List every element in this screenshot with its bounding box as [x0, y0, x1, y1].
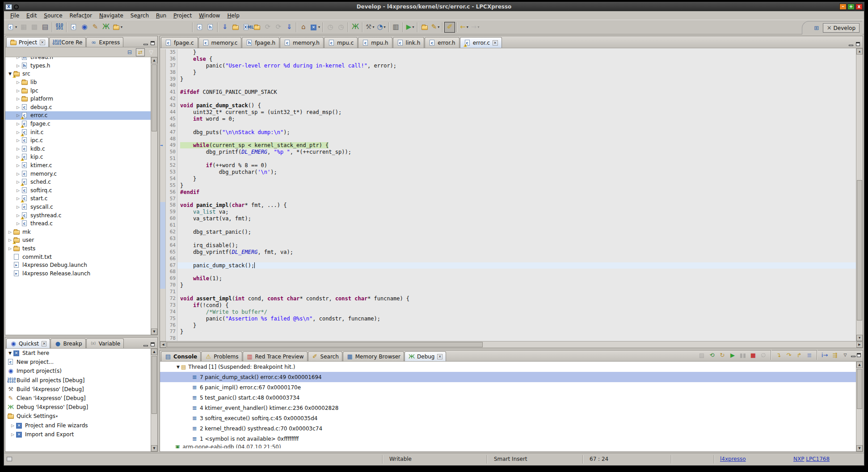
code-line-76[interactable]: 76 }: [160, 322, 856, 329]
tree-item-kip-c[interactable]: ▷ckip.c: [5, 153, 151, 161]
minimize-editor-button[interactable]: [849, 45, 853, 46]
vendor-link[interactable]: NXP: [793, 456, 804, 462]
debugger-process-row[interactable]: ▣arm-none-eabi-gdb (04.07.10 21:50): [160, 444, 863, 448]
menu-window[interactable]: Window: [195, 12, 223, 19]
tree-item-l4xpresso-release-launch[interactable]: ▶l4xpresso Release.launch: [5, 269, 151, 278]
minimize-console-button[interactable]: [851, 356, 855, 357]
build-all-binary-button[interactable]: 010101: [54, 22, 65, 33]
expander-closed-icon[interactable]: ▷: [15, 147, 21, 151]
instruction-stepping-button[interactable]: ≣: [805, 351, 814, 359]
expander-closed-icon[interactable]: ▷: [15, 97, 21, 101]
quickstart-tab-variable[interactable]: (x)Variable: [86, 338, 124, 348]
quickstart-item-start-here[interactable]: ▼✕Start here: [5, 349, 157, 358]
tree-item-tests[interactable]: ▷tests: [5, 244, 151, 253]
stack-frame-2[interactable]: ≡2 kernel_thread() systhread.c:70 0x0000…: [160, 423, 863, 434]
step-over-button[interactable]: ↷: [784, 351, 793, 359]
explorer-tab-core-re[interactable]: 10100101Core Re: [49, 37, 86, 47]
expander-open-icon[interactable]: ▼: [175, 365, 181, 369]
debug-scrollbar[interactable]: ▲▼: [856, 362, 863, 451]
code-line-36[interactable]: 36 else {: [160, 56, 856, 63]
code-line-52[interactable]: 52 if(++word % 8 == 0): [160, 162, 856, 169]
open-perspective-button[interactable]: ⊞: [812, 24, 821, 33]
expander-open-icon[interactable]: ▼: [7, 351, 13, 355]
home-button[interactable]: ⌂: [298, 22, 309, 33]
code-line-71[interactable]: 71: [160, 289, 856, 295]
expander-closed-icon[interactable]: ▷: [15, 138, 21, 143]
expander-closed-icon[interactable]: ▷: [15, 57, 21, 59]
stack-frame-4[interactable]: ≡4 ktimer_event_handler() ktimer.c:236 0…: [160, 403, 863, 413]
minimize-button[interactable]: –: [839, 4, 847, 10]
code-line-50[interactable]: 50 dbg_printf(DL_EMERG, "%p ", *(++curre…: [160, 149, 856, 156]
explorer-tab-express[interactable]: ∞Express: [86, 37, 123, 47]
tree-item-src[interactable]: ▼src: [5, 70, 151, 78]
maximize-console-button[interactable]: [857, 353, 861, 357]
chip-link[interactable]: LPC1768: [806, 456, 830, 462]
console-tab-problems[interactable]: ⚠Problems: [201, 351, 242, 361]
quickstart-item-build-l4xpresso-debug[interactable]: ⚒Build 'l4xpresso' [Debug]: [5, 385, 157, 394]
minimize-view-button[interactable]: [143, 44, 148, 45]
code-line-44[interactable]: 44 uint32_t* current_sp = (uint32_t*) re…: [160, 109, 856, 116]
code-line-41[interactable]: 41#ifdef CONFIG_PANIC_DUMP_STACK: [160, 89, 856, 96]
code-line-49[interactable]: →49 while(current_sp < kernel_stack_end_…: [160, 142, 856, 149]
code-line-60[interactable]: 60 va_start(va, fmt);: [160, 215, 856, 222]
back-button[interactable]: ←▾: [459, 22, 470, 33]
expander-closed-icon[interactable]: ▷: [15, 172, 21, 176]
project-tree-scrollbar[interactable]: ▲▼: [151, 57, 157, 335]
collapse-all-button[interactable]: ⊟: [125, 48, 134, 56]
tree-item-error-c[interactable]: ▷cerror.c: [5, 111, 151, 120]
tree-item-platform[interactable]: ▷platform: [5, 95, 151, 103]
stack-frame-7[interactable]: ≡7 panic_dump_stack() error.c:49 0x00001…: [160, 372, 863, 382]
clean-button[interactable]: ✎: [90, 22, 101, 33]
menu-help[interactable]: Help: [223, 12, 243, 19]
code-line-42[interactable]: 42: [160, 96, 856, 102]
menu-refactor[interactable]: Refactor: [66, 12, 96, 19]
restart-button[interactable]: ⟲: [708, 351, 716, 359]
download-button[interactable]: ⇓: [219, 22, 230, 33]
code-line-74[interactable]: 74 /*Write to buffer*/: [160, 309, 856, 316]
code-line-77[interactable]: 77}: [160, 329, 856, 335]
editor-tab-memory-c[interactable]: cmemory.c: [198, 37, 242, 48]
quickstart-scrollbar[interactable]: ▲▼: [151, 349, 157, 451]
quickstart-tab-breakp[interactable]: ●Breakp: [51, 338, 85, 348]
tab-close-icon[interactable]: ✕: [437, 354, 442, 359]
tree-item-lib[interactable]: ▷lib: [5, 78, 151, 87]
quickstart-item-new-project[interactable]: cNew project...: [5, 358, 157, 367]
tree-item-l4xpresso-debug-launch[interactable]: ▶l4xpresso Debug.launch: [5, 261, 151, 270]
code-line-65[interactable]: 65 dbg_vprintf(DL_EMERG, fmt, va);: [160, 249, 856, 256]
expander-closed-icon[interactable]: ▷: [10, 432, 16, 437]
expander-closed-icon[interactable]: ▷: [15, 221, 21, 226]
code-line-69[interactable]: 69 while(1);: [160, 275, 856, 282]
minimize-view-button[interactable]: [143, 345, 148, 346]
maximize-button[interactable]: +: [847, 4, 855, 10]
step-return-button[interactable]: ↱: [795, 351, 804, 359]
code-line-46[interactable]: 46: [160, 122, 856, 129]
code-line-62[interactable]: 62 dbg_start_panic();: [160, 229, 856, 236]
code-line-61[interactable]: 61: [160, 222, 856, 229]
code-line-45[interactable]: 45 int word = 0;: [160, 116, 856, 122]
editor-tab-mpu-c[interactable]: cmpu.c: [324, 37, 358, 48]
code-line-56[interactable]: 56#endif: [160, 189, 856, 196]
console-tab-console[interactable]: ▤Console: [161, 351, 201, 361]
code-line-66[interactable]: 66: [160, 256, 856, 262]
explorer-tab-project[interactable]: Project✕: [6, 37, 49, 47]
status-project-link[interactable]: l4xpresso: [720, 456, 746, 462]
quickstart-item-quick-settings[interactable]: Quick Settings▾: [5, 412, 157, 421]
quickstart-item-debug-l4xpresso-debug[interactable]: ЖDebug 'l4xpresso' [Debug]: [5, 403, 157, 412]
code-line-68[interactable]: 68: [160, 269, 856, 275]
stack-frame-1[interactable]: ≡1 <symbol is not available> 0xffffffff: [160, 434, 863, 444]
step-into-button[interactable]: ↴: [774, 351, 783, 359]
code-line-64[interactable]: 64 irq_disable();: [160, 242, 856, 249]
console-tab-search[interactable]: ✐Search: [308, 351, 342, 361]
tree-item-start-c[interactable]: ▷cstart.c: [5, 194, 151, 203]
expander-closed-icon[interactable]: ▷: [15, 188, 21, 193]
quickstart-item-project-and-file-wizards[interactable]: ▷✕Project and File wizards: [5, 421, 157, 430]
editor-tab-mpu-h[interactable]: cmpu.h: [358, 37, 392, 48]
tree-item-commit-txt[interactable]: commit.txt: [5, 253, 151, 261]
stack-frame-5[interactable]: ≡5 test_panic() start.c:48 0x00003734: [160, 392, 863, 403]
tree-item-thread-c[interactable]: ▷cthread.c: [5, 219, 151, 228]
menu-source[interactable]: Source: [40, 12, 66, 19]
editor-tab-link-h[interactable]: clink.h: [393, 37, 425, 48]
maximize-editor-button[interactable]: [856, 42, 860, 46]
new-folder-button[interactable]: [230, 22, 241, 33]
code-line-55[interactable]: 55}: [160, 182, 856, 189]
